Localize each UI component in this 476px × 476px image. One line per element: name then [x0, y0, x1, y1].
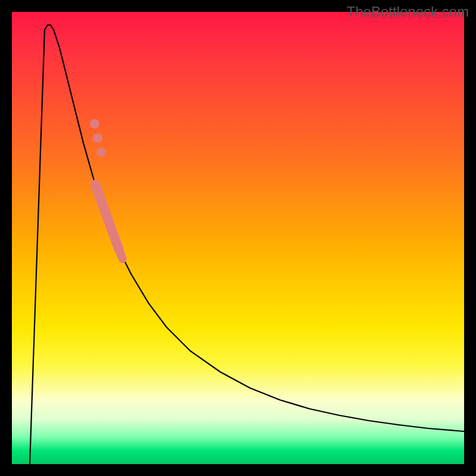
- highlight-markers: [90, 119, 123, 259]
- highlight-dot: [90, 119, 99, 129]
- highlight-segment: [120, 253, 123, 259]
- highlight-segment: [95, 184, 119, 250]
- bottleneck-curve: [30, 25, 464, 464]
- watermark-text: TheBottleneck.com: [347, 4, 469, 20]
- plot-area: [12, 12, 464, 464]
- highlight-dot: [96, 148, 106, 157]
- highlight-dot: [93, 133, 102, 143]
- curve-layer: [12, 12, 464, 464]
